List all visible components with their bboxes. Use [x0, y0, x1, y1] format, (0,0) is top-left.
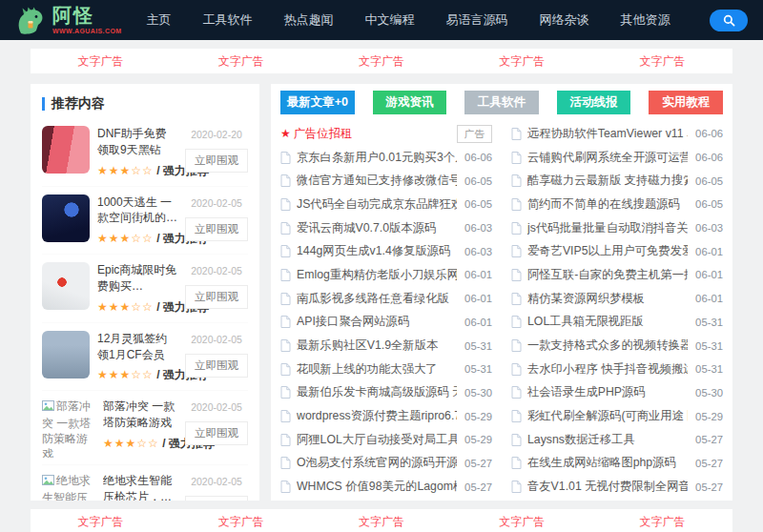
- text-ad-link[interactable]: 文字广告: [452, 53, 592, 70]
- item-thumbnail[interactable]: 12月灵狐签约领1月CF会员: [42, 331, 90, 379]
- text-ad-link[interactable]: 文字广告: [311, 53, 451, 70]
- view-now-button[interactable]: 立即围观: [185, 217, 248, 241]
- article-title[interactable]: 阿狸LOL大厅自动接受对局工具: [297, 432, 457, 448]
- article-title[interactable]: 去水印小程序 快手抖音视频搬运工上热门...: [527, 361, 688, 378]
- article-title[interactable]: 京东白条新用户0.01元购买3个月爱奇艺黄...: [297, 150, 457, 166]
- article-title[interactable]: 云铺购代刷网系统全开源可运营程序搭建: [527, 150, 688, 166]
- article-title[interactable]: 社会语录生成PHP源码: [527, 384, 688, 400]
- text-ad-link[interactable]: 文字广告: [31, 514, 171, 530]
- document-icon: [280, 152, 291, 164]
- article-title[interactable]: 爱奇艺VIP5以上用户可免费发爱奇艺VIP红包: [527, 243, 688, 259]
- nav-menu-item[interactable]: 主页: [146, 11, 171, 29]
- article-title[interactable]: 花呗新上线的功能太强大了: [297, 361, 457, 378]
- nav-menu-item[interactable]: 中文编程: [364, 11, 414, 29]
- item-thumbnail[interactable]: 绝地求生智能压枪芯片，稳定大号使用，永久免费: [42, 473, 95, 501]
- item-thumbnail[interactable]: 1000天逃生 一款空间街机的太空模拟经营游戏: [42, 194, 90, 242]
- article-list-right: 远程协助软件TeamViewer v11 单文件版 06-06 云铺购代刷网系统…: [511, 122, 723, 499]
- text-ad-link[interactable]: 文字广告: [311, 514, 451, 530]
- article-title[interactable]: 爱讯云商城V0.7.0版本源码: [297, 220, 457, 236]
- article-title[interactable]: 酷享磁力云最新版 支持磁力搜索下载和一...: [527, 173, 688, 189]
- article-title[interactable]: 简约而不简单的在线搜题源码: [527, 196, 688, 213]
- item-title[interactable]: Epic商城限时免费购买《SUPERHOT》游戏: [97, 262, 177, 295]
- text-ad-link[interactable]: 文字广告: [171, 53, 311, 70]
- article-title[interactable]: wordpress资源付费主题ripro6.7含美化包...: [297, 408, 457, 424]
- article-date: 05-27: [464, 458, 492, 469]
- search-button[interactable]: [710, 10, 748, 31]
- article-title[interactable]: 精仿某资源网织梦模板: [527, 291, 688, 307]
- article-title[interactable]: 144g网页生成v1.4修复版源码: [297, 243, 457, 259]
- item-thumbnail[interactable]: 部落冲突 一款塔防策略游戏: [42, 399, 95, 458]
- text-ad-link[interactable]: 文字广告: [31, 53, 171, 70]
- article-row: 一款支持格式众多的视频转换器 05-31: [511, 334, 723, 358]
- site-logo[interactable]: 阿怪 WWW.AGUAIS.COM: [15, 5, 121, 36]
- article-title[interactable]: 远程协助软件TeamViewer v11 单文件版: [527, 126, 688, 142]
- article-title[interactable]: js代码批量批量自动取消抖音关注: [527, 220, 688, 236]
- nav-menu-item[interactable]: 热点趣闻: [283, 11, 333, 29]
- content-area: 推荐内容 DNF助手免费领取9天黑钻 DNF助手免费领取9天黑钻 ★★★☆☆ /…: [31, 84, 732, 501]
- view-now-button[interactable]: 立即围观: [185, 421, 248, 445]
- article-title[interactable]: 彩虹代刷全解源码(可商业用途 防黑): [527, 408, 688, 424]
- article-date: 05-30: [464, 387, 492, 399]
- article-title[interactable]: 南瓜影视多线路任意看绿化版: [297, 291, 457, 307]
- category-button[interactable]: 活动线报: [557, 91, 631, 114]
- article-date: 06-01: [695, 246, 723, 257]
- view-now-button[interactable]: 立即围观: [185, 496, 248, 501]
- article-title[interactable]: 最新乐购社区V1.9全新版本: [297, 338, 457, 354]
- item-title[interactable]: 12月灵狐签约领1月CF会员: [97, 331, 177, 363]
- article-title[interactable]: 最新伯乐发卡商城高级版源码 无后门: [297, 384, 457, 400]
- ad-slot-title[interactable]: 广告位招租: [294, 126, 449, 142]
- item-title[interactable]: DNF助手免费领取9天黑钻: [97, 126, 177, 158]
- category-button[interactable]: 游戏资讯: [373, 91, 447, 114]
- article-title[interactable]: 音友V1.01 无视付费限制全网音乐无损免费...: [527, 479, 688, 495]
- category-button[interactable]: 工具软件: [464, 91, 539, 114]
- item-info: 绝地求生智能压枪芯片，稳定大号使用，永久免费 ★★★☆☆ / 强力推荐: [103, 473, 177, 501]
- item-title[interactable]: 1000天逃生 一款空间街机的太空模拟经营游戏: [97, 194, 177, 227]
- article-date: 05-29: [464, 434, 492, 445]
- text-ad-link[interactable]: 文字广告: [592, 53, 732, 70]
- item-title[interactable]: 绝地求生智能压枪芯片，稳定大号使用，永久免费: [103, 473, 177, 501]
- document-icon: [511, 339, 522, 352]
- article-title[interactable]: Laysns数据迁移工具: [527, 432, 688, 448]
- nav-menu-item[interactable]: 其他资源: [620, 11, 670, 29]
- article-title[interactable]: 阿怪互联-自家的免费主机第一批正式开启: [527, 267, 688, 283]
- item-date: 2020-02-05: [185, 197, 248, 209]
- article-row: 花呗新上线的功能太强大了 05-31: [280, 358, 492, 381]
- item-rating: ★★★☆☆ / 强力推荐: [97, 299, 177, 316]
- nav-menu-item[interactable]: 易语言源码: [445, 11, 507, 29]
- item-rating: ★★★☆☆ / 强力推荐: [97, 231, 177, 247]
- article-title[interactable]: LOL工具箱无限视距版: [527, 314, 688, 330]
- article-title[interactable]: WHMCS 价值98美元的Lagom模板开源: [297, 479, 457, 495]
- category-button[interactable]: 最新文章+0: [280, 91, 355, 114]
- broken-image-icon: [42, 399, 54, 415]
- view-now-button[interactable]: 立即围观: [185, 354, 248, 378]
- text-ad-link[interactable]: 文字广告: [171, 514, 311, 530]
- document-icon: [511, 434, 522, 446]
- ad-slot-row: ★ 广告位招租 广告: [280, 122, 492, 146]
- article-row: 阿狸LOL大厅自动接受对局工具 05-29: [280, 428, 492, 452]
- article-title[interactable]: O泡易支付系统官网的源码开源: [297, 455, 457, 471]
- text-ad-link[interactable]: 文字广告: [452, 514, 592, 530]
- nav-menu-item[interactable]: 工具软件: [202, 11, 252, 29]
- article-title[interactable]: JS代码全自动完成京东品牌狂欢城活动任务: [297, 196, 457, 213]
- view-now-button[interactable]: 立即围观: [185, 285, 248, 309]
- article-row: 爱讯云商城V0.7.0版本源码 06-03: [280, 216, 492, 240]
- item-meta: 2020-02-05 立即围观: [185, 194, 248, 248]
- item-thumbnail[interactable]: Epic商城限时免费购买《SUPERHOT》游戏: [42, 262, 90, 310]
- red-star-icon: ★: [280, 127, 291, 140]
- article-title[interactable]: 一款支持格式众多的视频转换器: [527, 338, 688, 354]
- navbar: 阿怪 WWW.AGUAIS.COM 主页 工具软件 热点趣闻 中文编程 易语言源…: [0, 0, 763, 40]
- item-title[interactable]: 部落冲突 一款塔防策略游戏: [103, 399, 177, 431]
- bottom-ad-strip: 文字广告 文字广告 文字广告 文字广告 文字广告: [31, 509, 732, 532]
- article-title[interactable]: API接口聚合网站源码: [297, 314, 457, 330]
- article-title[interactable]: Emlog重构精仿老版小刀娱乐网HFoldao模...: [297, 267, 457, 283]
- view-now-button[interactable]: 立即围观: [185, 149, 248, 173]
- text-ad-link[interactable]: 文字广告: [592, 514, 732, 530]
- recommended-sidebar: 推荐内容 DNF助手免费领取9天黑钻 DNF助手免费领取9天黑钻 ★★★☆☆ /…: [31, 84, 259, 501]
- item-thumbnail[interactable]: DNF助手免费领取9天黑钻: [42, 126, 90, 174]
- nav-menu-item[interactable]: 网络杂谈: [539, 11, 588, 29]
- article-row: API接口聚合网站源码 06-01: [280, 311, 492, 335]
- article-date: 06-01: [695, 293, 723, 304]
- article-title[interactable]: 微信官方通知已支持修改微信号: [297, 173, 457, 189]
- article-title[interactable]: 在线生成网站缩略图php源码: [527, 455, 688, 471]
- category-button[interactable]: 实用教程: [649, 91, 723, 114]
